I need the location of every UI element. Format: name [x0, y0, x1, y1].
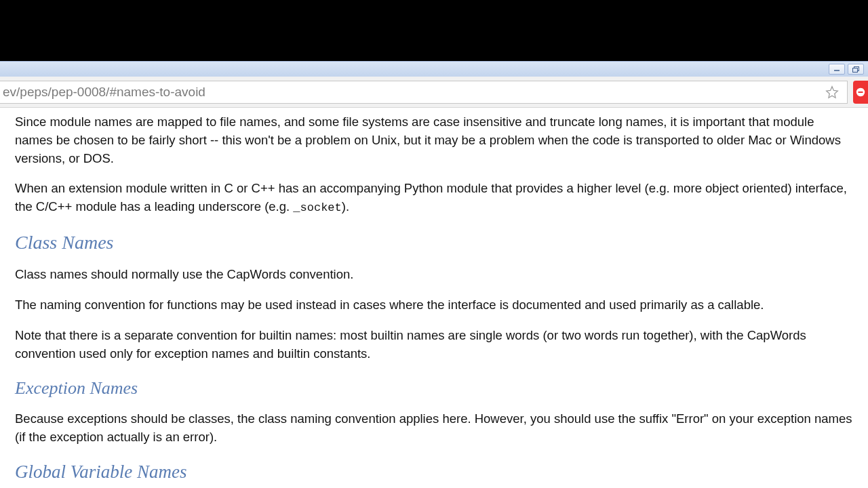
minimize-button[interactable]	[829, 64, 845, 75]
paragraph-builtin-names: Note that there is a separate convention…	[15, 327, 853, 363]
paragraph-module-names: Since module names are mapped to file na…	[15, 113, 853, 167]
paragraph-class-capwords: Class names should normally use the CapW…	[15, 266, 853, 284]
heading-exception-names: Exception Names	[15, 375, 853, 401]
svg-rect-2	[853, 68, 858, 72]
maximize-button[interactable]	[848, 64, 864, 75]
window-titlebar-black	[0, 0, 868, 61]
heading-class-names: Class Names	[15, 229, 853, 257]
svg-rect-4	[859, 92, 863, 93]
address-bar: ev/peps/pep-0008/#names-to-avoid	[0, 77, 868, 108]
paragraph-class-callable: The naming convention for functions may …	[15, 296, 853, 314]
heading-global-variable-names: Global Variable Names	[15, 459, 853, 485]
page-content: Since module names are mapped to file na…	[0, 108, 868, 488]
bookmark-star-icon[interactable]	[825, 85, 839, 99]
paragraph-exception: Because exceptions should be classes, th…	[15, 410, 853, 447]
extension-icon[interactable]	[853, 81, 868, 104]
url-text: ev/peps/pep-0008/#names-to-avoid	[3, 85, 205, 100]
paragraph-extension-module: When an extension module written in C or…	[15, 180, 853, 216]
code-socket: _socket	[293, 201, 341, 214]
window-frame-bar	[0, 61, 868, 77]
url-input[interactable]: ev/peps/pep-0008/#names-to-avoid	[0, 81, 848, 104]
